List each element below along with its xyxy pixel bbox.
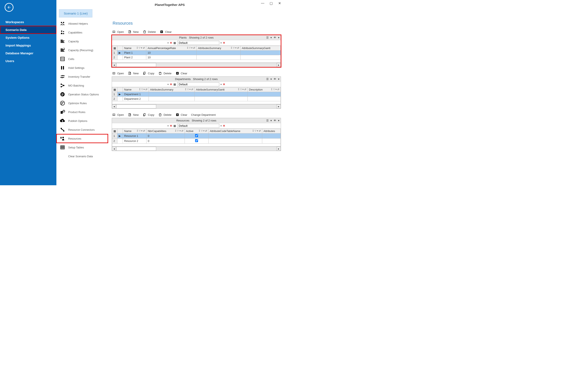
eye-icon[interactable]: 👁 <box>274 77 276 81</box>
dropdown-icon[interactable]: ▾ <box>278 77 280 81</box>
copy-button[interactable]: Copy <box>143 71 154 75</box>
col-attrsumgantt[interactable]: AttributeSummaryGantt <box>240 46 281 51</box>
delete-button[interactable]: Delete <box>143 30 156 34</box>
col-nbrcap[interactable]: NbrCapabilities Σ ▽ ▾ ⇄ <box>146 129 185 133</box>
subnav-item-optimize-rules[interactable]: Optimize Rules <box>57 99 108 108</box>
close-icon[interactable]: ✕ <box>223 41 225 44</box>
maximize-button[interactable]: ▢ <box>269 1 273 5</box>
back-button[interactable] <box>5 3 13 12</box>
subnav-item-clear-scenario-data[interactable]: Clear Scenario Data <box>57 152 108 161</box>
dropdown-icon[interactable]: ▾ <box>221 42 222 44</box>
scroll-left-icon[interactable]: ◂ <box>112 147 116 151</box>
eye-icon[interactable]: 👁 <box>274 36 276 39</box>
subnav-item-capacity[interactable]: Capacity <box>57 37 108 46</box>
table-row[interactable]: 2 Plant 2 10 <box>112 55 281 60</box>
col-name[interactable]: Name Σ ▽ ▾ ⇄ <box>123 46 146 51</box>
dropdown-icon[interactable]: ▾ <box>168 125 169 127</box>
layout-select[interactable] <box>177 124 219 128</box>
eye-icon[interactable]: 👁 <box>274 119 276 122</box>
dropdown-icon[interactable]: ▾ <box>168 42 169 44</box>
clear-button[interactable]: Clear <box>175 113 187 117</box>
col-active[interactable]: Active Σ ▽ ▾ ⇄ <box>185 129 208 133</box>
subnav-item-cells[interactable]: Cells <box>57 55 108 63</box>
copy-button[interactable]: Copy <box>143 113 154 117</box>
col-attrs[interactable]: AttributesSummary Σ ▽ ▾ ⇄ <box>197 46 241 51</box>
open-button[interactable]: Open <box>112 71 124 75</box>
sidebar-item-system-options[interactable]: System Options <box>0 34 57 41</box>
open-button[interactable]: Open <box>112 113 124 117</box>
col-annualrate[interactable]: AnnualPercentageRate Σ ▽ ▾ ⇄ <box>146 46 197 51</box>
column-chooser-icon[interactable]: ☰ <box>266 119 269 122</box>
subnav-item-publish-options[interactable]: Publish Options <box>57 117 108 125</box>
horizontal-scrollbar[interactable]: ◂ ▸ <box>112 63 281 67</box>
column-chooser-icon[interactable]: ☰ <box>266 77 269 81</box>
subnav-item-inventory-transfer[interactable]: Inventory Transfer <box>57 72 108 81</box>
sidebar-item-import-mappings[interactable]: Import Mappings <box>0 41 57 49</box>
table-row[interactable]: 1 ▶ Plant 1 10 <box>112 51 281 55</box>
close-icon[interactable]: ✕ <box>223 83 225 86</box>
table-row[interactable]: 2 Department 2 <box>112 97 281 101</box>
close-icon[interactable]: ✕ <box>170 124 172 127</box>
minimize-button[interactable]: — <box>261 1 264 5</box>
subnav-item-setup-tables[interactable]: Setup Tables <box>57 143 108 152</box>
sidebar-item-database-manager[interactable]: Database Manager <box>0 49 57 57</box>
active-checkbox[interactable] <box>195 134 198 137</box>
col-attributes[interactable]: Attributes <box>262 129 281 133</box>
col-attrsumgantt[interactable]: AttributeSummaryGantt Σ ▽ ▾ ⇄ <box>195 87 248 92</box>
dropdown-icon[interactable]: ▾ <box>168 83 169 86</box>
subnav-item-capacity-recurring-[interactable]: Capacity (Recurring) <box>57 46 108 55</box>
clear-button[interactable]: Clear <box>160 30 172 34</box>
subnav-item-allowed-helpers[interactable]: Allowed Helpers <box>57 19 108 28</box>
table-row[interactable]: 2 Resource 2 0 <box>112 139 281 144</box>
active-checkbox[interactable] <box>195 139 198 142</box>
table-row[interactable]: 1 ▶ Department 1 <box>112 92 281 97</box>
col-name[interactable]: Name Σ ▽ ▾ ⇄ <box>123 87 149 92</box>
dropdown-icon[interactable]: ▾ <box>270 119 272 122</box>
col-name[interactable]: Name Σ ▽ ▾ ⇄ <box>123 129 146 133</box>
column-chooser-icon[interactable]: ☰ <box>266 36 269 39</box>
new-button[interactable]: New <box>128 113 139 117</box>
scroll-right-icon[interactable]: ▸ <box>277 147 281 151</box>
subnav-item-hold-settings[interactable]: Hold Settings <box>57 63 108 72</box>
open-button[interactable]: Open <box>112 30 124 34</box>
grid-corner-icon[interactable]: ▦ <box>112 129 117 133</box>
col-attrcode[interactable]: AttributeCodeTableName Σ ▽ ▾ ⇄ <box>208 129 262 133</box>
scroll-right-icon[interactable]: ▸ <box>277 104 281 108</box>
layout-select[interactable] <box>177 41 219 45</box>
horizontal-scrollbar[interactable]: ◂ ▸ <box>112 147 281 151</box>
subnav-item-resource-connectors[interactable]: Resource Connectors <box>57 125 108 134</box>
close-icon[interactable]: ✕ <box>170 83 172 86</box>
subnav-item-mo-batching[interactable]: MO Batching <box>57 81 108 90</box>
change-department-button[interactable]: Change Department <box>191 113 216 117</box>
table-row[interactable]: 1 ▶ Resource 1 0 <box>112 133 281 139</box>
close-icon[interactable]: ✕ <box>223 124 225 127</box>
scroll-left-icon[interactable]: ◂ <box>112 63 116 67</box>
delete-button[interactable]: Delete <box>158 71 172 75</box>
close-icon[interactable]: ✕ <box>170 41 172 44</box>
dropdown-icon[interactable]: ▾ <box>278 36 280 39</box>
grid-corner-icon[interactable]: ▦ <box>112 46 117 51</box>
dropdown-icon[interactable]: ▾ <box>221 125 222 127</box>
new-button[interactable]: New <box>128 30 139 34</box>
sidebar-item-scenario-data[interactable]: Scenario Data <box>0 26 57 34</box>
clear-button[interactable]: Clear <box>175 71 187 75</box>
dropdown-icon[interactable]: ▾ <box>278 119 280 122</box>
horizontal-scrollbar[interactable]: ◂ ▸ <box>112 104 281 108</box>
col-description[interactable]: Description Σ ▽ ▾ ⇄ <box>248 87 281 92</box>
delete-button[interactable]: Delete <box>158 113 172 117</box>
scroll-left-icon[interactable]: ◂ <box>112 104 116 108</box>
layout-select[interactable] <box>177 82 219 86</box>
sidebar-item-users[interactable]: Users <box>0 57 57 65</box>
subnav-item-operation-status-options[interactable]: Operation Status Options <box>57 90 108 99</box>
subnav-item-capabilities[interactable]: Capabilities <box>57 28 108 37</box>
tab-scenario[interactable]: Scenario 1 (Live) <box>59 9 92 17</box>
grid-corner-icon[interactable]: ▦ <box>112 87 117 92</box>
scroll-right-icon[interactable]: ▸ <box>277 63 281 67</box>
col-attrs[interactable]: AttributesSummary Σ ▽ ▾ ⇄ <box>149 87 195 92</box>
dropdown-icon[interactable]: ▾ <box>270 36 272 39</box>
dropdown-icon[interactable]: ▾ <box>270 77 272 81</box>
dropdown-icon[interactable]: ▾ <box>221 83 222 86</box>
new-button[interactable]: New <box>128 71 139 75</box>
sidebar-item-workspaces[interactable]: Workspaces <box>0 18 57 26</box>
subnav-item-product-rules[interactable]: Product Rules <box>57 108 108 117</box>
